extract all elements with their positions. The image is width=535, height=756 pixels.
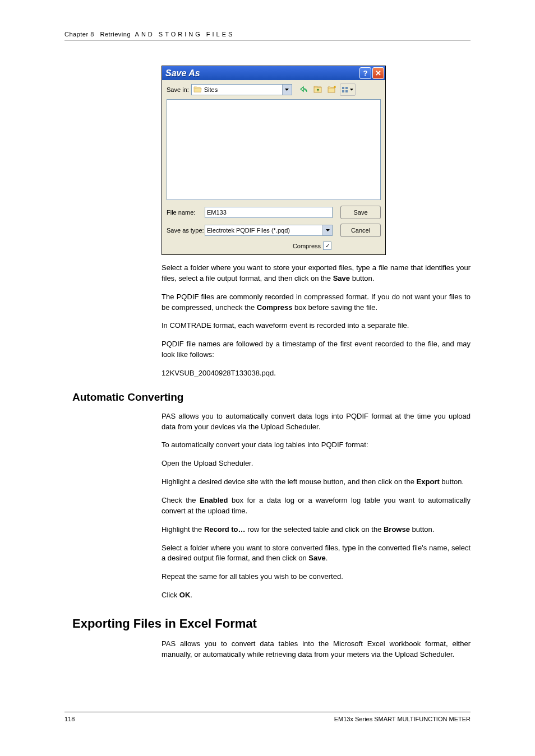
dialog-titlebar: Save As ? ✕ (162, 66, 385, 80)
svg-rect-8 (342, 90, 344, 92)
svg-rect-6 (342, 87, 344, 89)
heading-exporting-excel: Exporting Files in Excel Format (72, 616, 471, 631)
svg-rect-7 (345, 87, 348, 89)
paragraph: Repeat the same for all tables you wish … (162, 572, 471, 582)
dialog-title: Save As (165, 68, 358, 78)
paragraph: 12KVSUB_20040928T133038.pqd. (162, 368, 471, 379)
footer-title: EM13x Series SMART MULTIFUNCTION METER (334, 716, 471, 722)
help-button[interactable]: ? (359, 67, 371, 79)
compress-checkbox[interactable]: ✓ (323, 242, 331, 250)
paragraph: The PQDIF files are commonly recorded in… (162, 292, 471, 313)
filename-input[interactable]: EM133 (205, 207, 333, 218)
save-button[interactable]: Save (340, 206, 381, 219)
filename-label: File name: (167, 209, 201, 216)
cancel-button[interactable]: Cancel (340, 224, 381, 237)
paragraph: PAS allows you to convert data tables in… (162, 639, 471, 660)
filetype-select[interactable]: Electrotek PQDIF Files (*.pqd) (205, 225, 333, 236)
paragraph: Highlight a desired device site with the… (162, 477, 471, 488)
svg-rect-1 (328, 88, 335, 92)
paragraph: Click OK. (162, 590, 471, 601)
chapter-title-1: Retrieving (100, 31, 131, 38)
paragraph: PAS allows you to automatically convert … (162, 411, 471, 433)
savein-label: Save in: (167, 86, 189, 93)
paragraph: Select a folder where you want to store … (162, 263, 471, 284)
savein-row: Save in: Sites (162, 80, 385, 98)
new-folder-icon[interactable] (326, 84, 338, 95)
file-list-area[interactable] (167, 99, 381, 200)
paragraph: Open the Upload Scheduler. (162, 458, 471, 469)
paragraph: Check the Enabled box for a data log or … (162, 495, 471, 517)
page-number: 118 (64, 716, 75, 722)
filetype-dropdown-icon[interactable] (322, 225, 332, 235)
toolbar-icons (298, 84, 356, 96)
up-folder-icon[interactable] (312, 84, 324, 95)
svg-rect-9 (345, 90, 348, 92)
savein-value: Sites (204, 86, 218, 93)
paragraph: To automatically convert your data log t… (162, 440, 471, 451)
heading-automatic-converting: Automatic Converting (72, 391, 471, 403)
compress-label: Compress (293, 243, 321, 249)
chapter-title-2: AND STORING FILES (135, 31, 235, 38)
paragraph: Select a folder where you want to store … (162, 543, 471, 564)
filetype-label: Save as type: (167, 227, 201, 234)
page-header: Chapter 8 Retrieving AND STORING FILES (64, 31, 471, 40)
paragraph: In COMTRADE format, each waveform event … (162, 321, 471, 331)
paragraph: Highlight the Record to… row for the sel… (162, 525, 471, 535)
paragraph: PQDIF file names are followed by a times… (162, 339, 471, 360)
save-as-dialog: Save As ? ✕ Save in: Sites (162, 66, 386, 255)
savein-select[interactable]: Sites (191, 84, 292, 95)
chapter-number: Chapter 8 (64, 31, 94, 38)
folder-open-icon (193, 86, 202, 93)
close-button[interactable]: ✕ (372, 67, 384, 79)
back-icon[interactable] (298, 84, 310, 95)
savein-dropdown-icon[interactable] (282, 85, 292, 95)
page-footer: 118 EM13x Series SMART MULTIFUNCTION MET… (64, 712, 471, 722)
view-menu-icon[interactable] (340, 84, 356, 96)
